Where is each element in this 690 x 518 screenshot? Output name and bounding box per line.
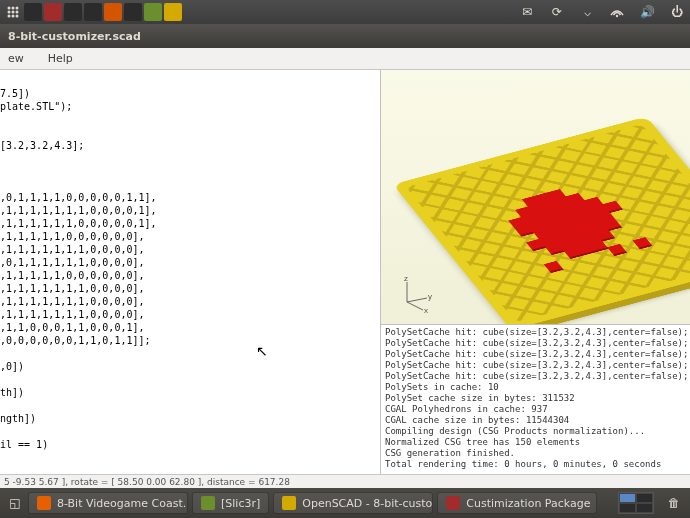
updates-icon[interactable]: ⟳ [548, 3, 566, 21]
console-output[interactable]: PolySetCache hit: cube(size=[3.2,3.2,4.3… [381, 324, 690, 474]
workspace-switcher[interactable] [618, 492, 654, 514]
svg-point-3 [8, 11, 11, 14]
task-label: OpenSCAD - 8-bit-custo... [302, 497, 433, 510]
svg-point-0 [8, 7, 11, 10]
launcher-app-5[interactable] [124, 3, 142, 21]
menu-help[interactable]: Help [44, 50, 77, 67]
launcher-app-2[interactable] [64, 3, 82, 21]
task-label: Custimization Package [466, 497, 590, 510]
svg-line-12 [407, 302, 423, 310]
task-package[interactable]: Custimization Package [437, 492, 597, 514]
bluetooth-icon[interactable]: ⌵ [578, 3, 596, 21]
svg-point-9 [616, 15, 618, 17]
task-firefox[interactable]: 8-Bit Videogame Coast... [28, 492, 188, 514]
svg-point-4 [12, 11, 15, 14]
show-desktop-icon[interactable]: ◱ [6, 494, 24, 512]
firefox-icon [37, 496, 51, 510]
coaster-lattice [406, 124, 690, 322]
status-text: 5 -9.53 5.67 ], rotate = [ 58.50 0.00 62… [4, 477, 290, 487]
trash-icon[interactable]: 🗑 [664, 493, 684, 513]
launcher-app-3[interactable] [84, 3, 102, 21]
axis-y-label: y [428, 292, 432, 301]
axis-x-label: x [424, 306, 428, 314]
openscad-icon [282, 496, 296, 510]
task-label: [Slic3r] [221, 497, 260, 510]
volume-icon[interactable]: 🔊 [638, 3, 656, 21]
network-icon[interactable] [608, 3, 626, 21]
svg-point-8 [16, 15, 19, 18]
svg-line-11 [407, 298, 427, 302]
render-coaster [393, 112, 690, 289]
svg-point-7 [12, 15, 15, 18]
task-bar: ◱ 8-Bit Videogame Coast... [Slic3r] Open… [0, 488, 690, 518]
launcher-terminal[interactable] [24, 3, 42, 21]
mail-icon[interactable]: ✉ [518, 3, 536, 21]
launcher-area [4, 3, 182, 21]
indicator-area: ✉ ⟳ ⌵ 🔊 ⏻ [518, 3, 686, 21]
task-slic3r[interactable]: [Slic3r] [192, 492, 269, 514]
launcher-app-1[interactable] [44, 3, 62, 21]
package-icon [446, 496, 460, 510]
launcher-slic3r[interactable] [144, 3, 162, 21]
task-openscad[interactable]: OpenSCAD - 8-bit-custo... [273, 492, 433, 514]
code-editor[interactable]: 7.5]) plate.STL"); [3.2,3.2,4.3]; ,0,1,1… [0, 70, 380, 474]
apps-menu-icon[interactable] [4, 3, 22, 21]
menu-view[interactable]: ew [4, 50, 28, 67]
status-bar: 5 -9.53 5.67 ], rotate = [ 58.50 0.00 62… [0, 474, 690, 488]
system-panel: ✉ ⟳ ⌵ 🔊 ⏻ [0, 0, 690, 24]
launcher-app-4[interactable] [104, 3, 122, 21]
menu-bar: ew Help [0, 48, 690, 70]
axis-z-label: z [404, 274, 408, 283]
launcher-openscad[interactable] [164, 3, 182, 21]
slic3r-icon [201, 496, 215, 510]
window-title-bar: 8-bit-customizer.scad [0, 24, 690, 48]
svg-point-1 [12, 7, 15, 10]
right-column: z y x PolySetCache hit: cube(size=[3.2,3… [380, 70, 690, 474]
task-label: 8-Bit Videogame Coast... [57, 497, 188, 510]
main-area: 7.5]) plate.STL"); [3.2,3.2,4.3]; ,0,1,1… [0, 70, 690, 474]
svg-point-6 [8, 15, 11, 18]
svg-point-2 [16, 7, 19, 10]
coaster-plate [393, 117, 690, 324]
axes-gizmo: z y x [395, 274, 435, 314]
viewport-3d[interactable]: z y x [381, 70, 690, 324]
power-icon[interactable]: ⏻ [668, 3, 686, 21]
svg-point-5 [16, 11, 19, 14]
window-title: 8-bit-customizer.scad [8, 30, 141, 43]
